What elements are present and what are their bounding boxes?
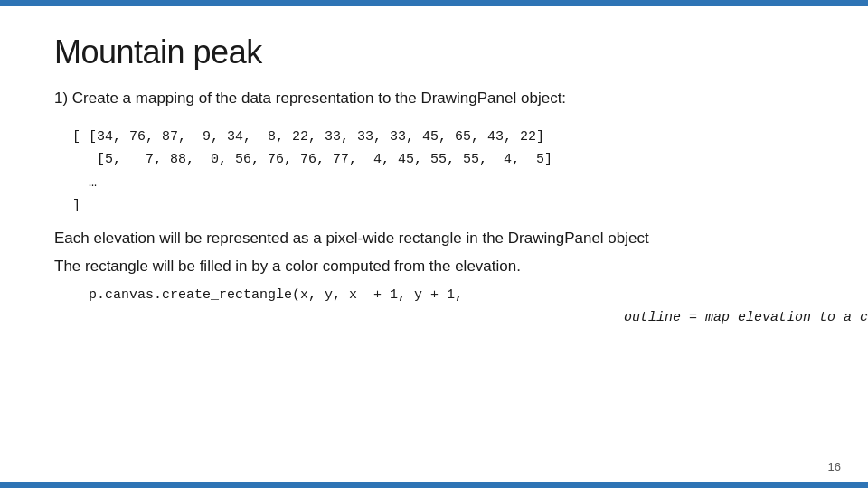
canvas-code-line-1: p.canvas.create_rectangle(x, y, x + 1, y… <box>72 284 814 307</box>
prose-line-1: Each elevation will be represented as a … <box>54 227 814 250</box>
bottom-bar <box>0 482 868 488</box>
code-line-1: [ [34, 76, 87, 9, 34, 8, 22, 33, 33, 33,… <box>72 126 814 149</box>
prose-line-2: The rectangle will be filled in by a col… <box>54 255 814 278</box>
canvas-code: p.canvas.create_rectangle(x, y, x + 1, y… <box>72 284 814 330</box>
code-line-4: ] <box>72 194 814 218</box>
top-bar <box>0 0 868 6</box>
data-array-code: [ [34, 76, 87, 9, 34, 8, 22, 33, 33, 33,… <box>72 126 814 218</box>
slide-content: Mountain peak 1) Create a mapping of the… <box>0 6 868 482</box>
slide-subtitle: 1) Create a mapping of the data represen… <box>54 88 814 109</box>
page-number: 16 <box>828 460 841 474</box>
code-line-2: [5, 7, 88, 0, 56, 76, 76, 77, 4, 45, 55,… <box>72 148 814 172</box>
slide-title: Mountain peak <box>54 33 814 71</box>
canvas-code-line-2: outline = map elevation to a color) <box>72 306 814 330</box>
code-line-3: … <box>72 172 814 195</box>
